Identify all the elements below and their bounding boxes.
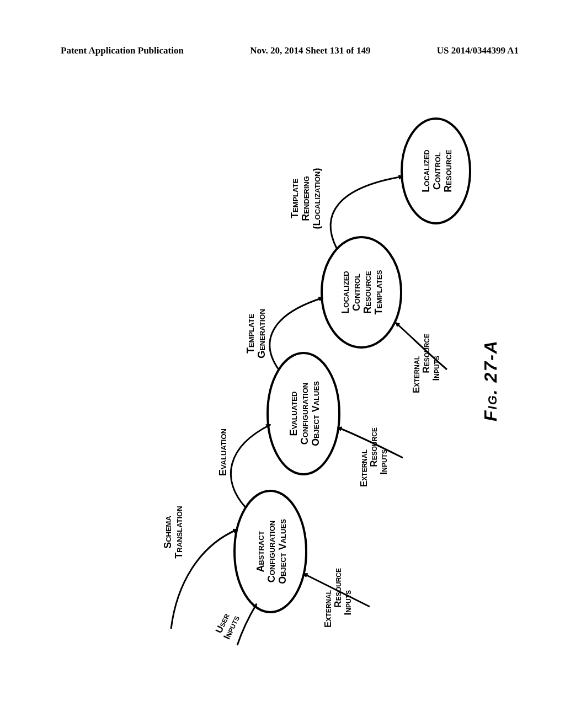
node-localized-resource-line2: Control xyxy=(431,152,443,190)
edge-user-inputs xyxy=(237,604,257,645)
node-localized-resource-line1: Localized xyxy=(420,149,431,192)
edge-user-inputs-label-group: User Inputs xyxy=(212,610,242,641)
edge-ext-res-3-label-1: External xyxy=(411,356,422,393)
edge-ext-res-2-label-3: Inputs xyxy=(379,449,389,474)
edge-ext-res-1-label-3: Inputs xyxy=(343,590,353,615)
edge-template-rendering-label-3: (Localization) xyxy=(311,168,322,229)
edge-ext-res-2-label-2: Resource xyxy=(369,427,379,467)
node-localized-resource-line3: Resource xyxy=(443,149,454,192)
figure-diagram: Abstract Configuration Object Values Eva… xyxy=(61,105,513,656)
node-abstract-config-line1: Abstract xyxy=(255,531,266,572)
edge-ext-res-2-label-1: External xyxy=(359,449,369,487)
node-localized-templates-line1: Localized xyxy=(340,271,351,313)
edge-ext-res-3-label-2: Resource xyxy=(421,334,431,373)
edge-template-generation-label-1: Template xyxy=(245,314,256,354)
rotated-content: Abstract Configuration Object Values Eva… xyxy=(162,119,500,645)
node-evaluated-config-line2: Configuration xyxy=(299,383,310,445)
edge-schema-translation-label-1: Schema xyxy=(162,516,173,549)
node-localized-templates-line4: Templates xyxy=(373,270,384,314)
node-abstract-config-line2: Configuration xyxy=(266,521,277,582)
figure-title: Fig. 27-A xyxy=(481,340,500,421)
node-evaluated-config-line3: Object Values xyxy=(310,381,321,446)
edge-ext-res-3-label-3: Inputs xyxy=(431,356,441,381)
node-abstract-config-line3: Object Values xyxy=(277,519,288,584)
node-localized-templates-line2: Control xyxy=(351,274,362,311)
header-left: Patent Application Publication xyxy=(61,45,184,56)
edge-ext-res-1-label-2: Resource xyxy=(333,568,343,608)
edge-template-rendering-label-1: Template xyxy=(289,179,300,218)
node-evaluated-config-line1: Evaluated xyxy=(288,392,299,436)
header-center: Nov. 20, 2014 Sheet 131 of 149 xyxy=(250,45,370,56)
edge-ext-res-1-label-1: External xyxy=(323,590,333,628)
node-localized-templates-line3: Resource xyxy=(362,271,373,314)
page: Patent Application Publication Nov. 20, … xyxy=(0,0,565,728)
edge-evaluation-label: Evaluation xyxy=(217,429,228,476)
edge-schema-translation-label-2: Translation xyxy=(173,506,184,558)
page-header: Patent Application Publication Nov. 20, … xyxy=(61,45,519,56)
header-right: US 2014/0344399 A1 xyxy=(437,45,519,56)
edge-template-generation-label-2: Generation xyxy=(256,309,267,358)
edge-template-rendering-label-2: Rendering xyxy=(300,176,311,221)
figure-svg: Abstract Configuration Object Values Eva… xyxy=(61,105,513,656)
